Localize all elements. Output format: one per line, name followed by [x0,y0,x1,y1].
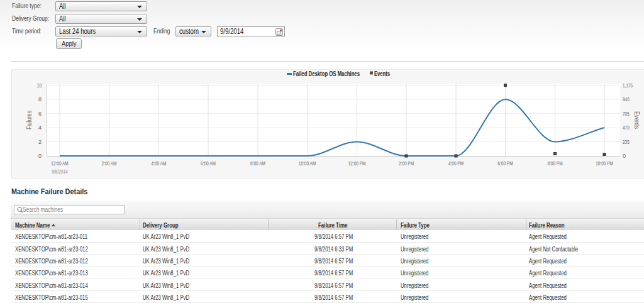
svg-text:8:00 AM: 8:00 AM [250,160,265,167]
svg-text:235: 235 [623,139,630,145]
svg-text:2: 2 [38,139,42,145]
svg-text:10:00 PM: 10:00 PM [596,160,613,167]
svg-text:6:00 AM: 6:00 AM [201,160,216,167]
svg-text:9/8/2014: 9/8/2014 [52,168,67,175]
svg-text:4: 4 [38,124,42,131]
svg-text:2:00 AM: 2:00 AM [102,160,117,167]
svg-text:12:00 AM: 12:00 AM [51,160,68,167]
svg-text:Failures: Failures [26,111,33,129]
svg-text:8:00 PM: 8:00 PM [547,160,562,167]
svg-text:Events: Events [633,111,640,129]
svg-text:6:00 PM: 6:00 PM [497,160,513,167]
svg-text:4:00 AM: 4:00 AM [152,160,167,167]
svg-text:12:00 PM: 12:00 PM [348,160,366,167]
svg-text:10:00 AM: 10:00 AM [299,160,316,167]
svg-text:Failed Desktop OS Machines: Failed Desktop OS Machines [293,70,360,77]
svg-text:4:00 PM: 4:00 PM [448,160,464,167]
svg-text:0: 0 [623,153,626,159]
svg-text:705: 705 [623,111,630,117]
svg-text:470: 470 [623,124,630,131]
svg-text:1,175: 1,175 [623,82,633,89]
svg-text:0: 0 [38,153,42,159]
svg-text:8: 8 [38,96,42,102]
svg-text:10: 10 [37,82,42,89]
svg-text:Events: Events [374,70,390,77]
svg-text:6: 6 [38,111,42,117]
svg-text:940: 940 [623,96,630,102]
svg-text:2:00 PM: 2:00 PM [399,160,414,167]
